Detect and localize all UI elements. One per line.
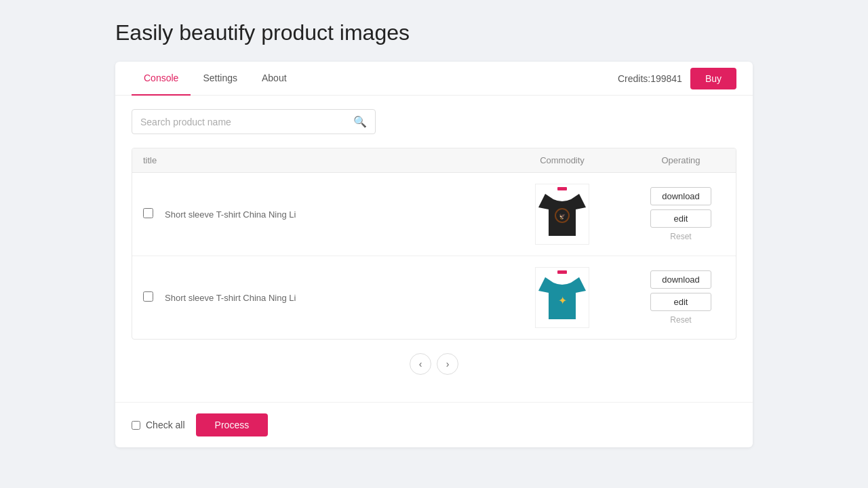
pagination-next-button[interactable]: ›: [437, 353, 458, 375]
row-2-edit-button[interactable]: edit: [650, 293, 711, 311]
search-input[interactable]: [140, 117, 353, 127]
row-2-title: Short sleeve T-shirt China Ning Li: [165, 293, 488, 303]
tab-settings[interactable]: Settings: [191, 62, 250, 96]
col-title-header: title: [143, 155, 488, 165]
row-1-title: Short sleeve T-shirt China Ning Li: [165, 209, 488, 220]
row-2-product-image: ✦: [535, 267, 589, 328]
nav-bar: Console Settings About Credits:199841 Bu…: [115, 62, 753, 96]
search-icon[interactable]: 🔍: [353, 115, 367, 128]
main-card: Console Settings About Credits:199841 Bu…: [115, 62, 753, 447]
svg-rect-0: [557, 187, 567, 190]
row-1-product-image: 🦅: [535, 184, 589, 245]
row-1-reset-text[interactable]: Reset: [670, 232, 691, 241]
row-1-checkbox-wrapper: [143, 208, 157, 220]
tab-console[interactable]: Console: [132, 62, 191, 96]
row-2-reset-text[interactable]: Reset: [670, 315, 691, 325]
check-all-text: Check all: [146, 420, 185, 430]
table-row: Short sleeve T-shirt China Ning Li ✦: [132, 256, 736, 339]
row-1-commodity: 🦅: [488, 184, 637, 245]
tab-about[interactable]: About: [250, 62, 299, 96]
check-all-label[interactable]: Check all: [132, 420, 185, 430]
content-area: 🔍 title Commodity Operating Short sleeve…: [115, 96, 753, 395]
row-1-download-button[interactable]: download: [650, 187, 711, 205]
row-2-tshirt-svg: ✦: [538, 270, 586, 325]
nav-right: Credits:199841 Buy: [618, 68, 736, 89]
row-1-checkbox[interactable]: [143, 208, 153, 218]
row-1-operating: download edit Reset: [637, 187, 725, 241]
page-title: Easily beautify product images: [115, 20, 753, 45]
pagination-prev-button[interactable]: ‹: [410, 353, 431, 375]
credits-text: Credits:199841: [618, 73, 682, 84]
process-button[interactable]: Process: [196, 413, 269, 436]
row-2-download-button[interactable]: download: [650, 270, 711, 289]
row-1-edit-button[interactable]: edit: [650, 209, 711, 228]
chevron-right-icon: ›: [446, 359, 450, 369]
svg-rect-3: [557, 270, 567, 274]
col-operating-header: Operating: [637, 155, 725, 165]
row-2-checkbox-wrapper: [143, 291, 157, 304]
pagination: ‹ ›: [132, 340, 736, 382]
nav-tabs: Console Settings About: [132, 62, 299, 95]
row-2-commodity: ✦: [488, 267, 637, 328]
buy-button[interactable]: Buy: [690, 68, 736, 89]
row-2-operating: download edit Reset: [637, 270, 725, 325]
col-commodity-header: Commodity: [488, 155, 637, 165]
svg-text:✦: ✦: [558, 295, 567, 306]
credits-value: 199841: [650, 73, 682, 84]
table-row: Short sleeve T-shirt China Ning Li 🦅: [132, 173, 736, 256]
search-bar: 🔍: [132, 109, 376, 134]
row-2-checkbox[interactable]: [143, 291, 153, 302]
table-header: title Commodity Operating: [132, 148, 736, 173]
chevron-left-icon: ‹: [419, 359, 422, 369]
product-table: title Commodity Operating Short sleeve T…: [132, 148, 736, 340]
row-1-tshirt-svg: 🦅: [538, 187, 586, 241]
bottom-bar: Check all Process: [115, 402, 753, 447]
check-all-checkbox[interactable]: [132, 421, 140, 430]
svg-text:🦅: 🦅: [559, 213, 566, 220]
